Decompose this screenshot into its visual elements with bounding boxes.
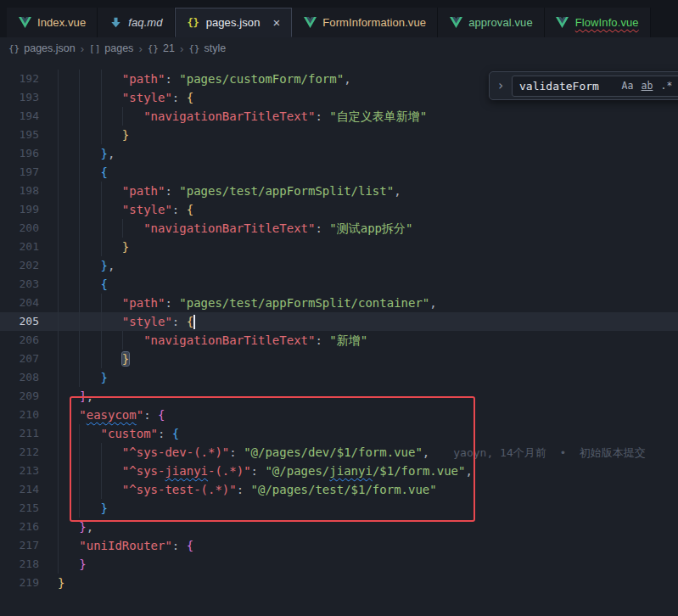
code-line-217[interactable]: 217"uniIdRouter": { [0,536,678,555]
code-line-201[interactable]: 201} [0,238,678,256]
line-number[interactable]: 208 [0,368,39,387]
code-line-198[interactable]: 198"path": "pages/test/appFormSplit/list… [0,182,678,200]
code-line-content[interactable]: "easycom": { [39,406,165,424]
code-line-209[interactable]: 209], [0,387,678,406]
code-line-content[interactable]: ], [39,387,93,406]
line-number[interactable]: 197 [0,163,39,182]
code-line-202[interactable]: 202}, [0,256,678,275]
code-line-content[interactable]: } [39,350,129,368]
code-line-content[interactable]: } [39,238,129,256]
editor[interactable]: 192"path": "pages/customForm/form",193"s… [0,59,678,616]
line-number[interactable]: 201 [0,238,39,256]
code-line-content[interactable]: } [39,555,87,574]
code-line-content[interactable]: } [39,574,64,592]
code-line-204[interactable]: 204"path": "pages/test/appFormSplit/cont… [0,294,678,312]
code-line-215[interactable]: 215} [0,499,678,518]
code-line-205[interactable]: 205"style": { [0,312,678,331]
code-line-content[interactable]: } [39,368,108,387]
code-line-content[interactable]: { [39,163,108,182]
code-line-210[interactable]: 210"easycom": { [0,406,678,424]
code-line-content[interactable]: { [39,275,108,294]
breadcrumb-item-pages[interactable]: []pages [89,42,133,54]
code-line-content[interactable]: }, [39,144,115,163]
code-line-196[interactable]: 196}, [0,144,678,163]
line-number[interactable]: 194 [0,107,39,126]
line-number[interactable]: 198 [0,182,39,200]
line-number[interactable]: 205 [0,312,39,331]
code-line-212[interactable]: 212"^sys-dev-(.*)": "@/pages/dev/$1/form… [0,443,678,462]
line-number[interactable]: 210 [0,406,39,424]
regex-icon[interactable]: .* [657,77,676,94]
code-line-content[interactable]: "custom": { [39,424,179,443]
code-line-208[interactable]: 208} [0,368,678,387]
line-number[interactable]: 204 [0,294,39,312]
code-line-195[interactable]: 195} [0,126,678,144]
whole-word-icon[interactable]: ab [637,77,657,94]
breadcrumb-item-21[interactable]: {}21 [148,42,175,54]
code-line-194[interactable]: 194"navigationBarTitleText": "自定义表单新增" [0,107,678,126]
line-number[interactable]: 213 [0,462,39,480]
code-line-197[interactable]: 197{ [0,163,678,182]
line-number[interactable]: 196 [0,144,39,163]
line-number[interactable]: 206 [0,331,39,350]
close-icon[interactable]: × [273,16,281,29]
line-number[interactable]: 203 [0,275,39,294]
breadcrumb-item-style[interactable]: {}style [188,42,226,54]
tab-flowinfo-vue[interactable]: FlowInfo.vue [545,8,651,37]
breadcrumb-item-pages-json[interactable]: {}pages.json [8,42,76,54]
line-number[interactable]: 202 [0,256,39,275]
line-number[interactable]: 199 [0,200,39,219]
tab-forminformation-vue[interactable]: FormInformation.vue [292,8,438,37]
line-number[interactable]: 218 [0,555,39,574]
code-line-214[interactable]: 214"^sys-test-(.*)": "@/pages/test/$1/fo… [0,480,678,499]
tab-faq-md[interactable]: faq.md [98,8,174,37]
code-line-203[interactable]: 203{ [0,275,678,294]
code-line-207[interactable]: 207} [0,350,678,368]
code-line-content[interactable]: "uniIdRouter": { [39,536,193,555]
code-line-content[interactable]: }, [39,256,115,275]
code-line-200[interactable]: 200"navigationBarTitleText": "测试app拆分" [0,219,678,238]
tab-pages-json[interactable]: {}pages.json× [175,8,293,37]
code-line-content[interactable]: "path": "pages/test/appFormSplit/list", [39,182,401,200]
tab-approval-vue[interactable]: approval.vue [438,8,545,37]
line-number[interactable]: 200 [0,219,39,238]
line-number[interactable]: 217 [0,536,39,555]
code-line-content[interactable]: }, [39,518,93,536]
line-number[interactable]: 215 [0,499,39,518]
line-number[interactable]: 216 [0,518,39,536]
code-line-content[interactable]: "navigationBarTitleText": "自定义表单新增" [39,107,427,126]
code-line-content[interactable]: "^sys-dev-(.*)": "@/pages/dev/$1/form.vu… [39,443,646,462]
code-line-213[interactable]: 213"^sys-jianyi-(.*)": "@/pages/jianyi/$… [0,462,678,480]
code-line-218[interactable]: 218} [0,555,678,574]
code-line-content[interactable]: "style": { [39,312,195,331]
match-case-icon[interactable]: Aa [618,77,637,94]
line-number[interactable]: 212 [0,443,39,462]
code-line-content[interactable]: "^sys-jianyi-(.*)": "@/pages/jianyi/$1/f… [39,462,473,480]
line-number[interactable]: 193 [0,88,39,107]
code-line-content[interactable]: "style": { [39,88,193,107]
code-line-216[interactable]: 216}, [0,518,678,536]
code-line-content[interactable]: "style": { [39,200,193,219]
line-number[interactable]: 219 [0,574,39,592]
code-line-content[interactable]: "path": "pages/test/appFormSplit/contain… [39,294,437,312]
code-line-content[interactable]: } [39,126,129,144]
code-line-content[interactable]: "^sys-test-(.*)": "@/pages/test/$1/form.… [39,480,437,499]
code-line-219[interactable]: 219} [0,574,678,592]
code-line-content[interactable]: "path": "pages/customForm/form", [39,70,351,88]
code-line-content[interactable]: "navigationBarTitleText": "测试app拆分" [39,219,412,238]
find-input[interactable] [519,80,618,92]
line-number[interactable]: 214 [0,480,39,499]
code-line-content[interactable]: } [39,499,108,518]
line-number[interactable]: 209 [0,387,39,406]
code-line-199[interactable]: 199"style": { [0,200,678,219]
line-number[interactable]: 207 [0,350,39,368]
code-line-211[interactable]: 211"custom": { [0,424,678,443]
line-number[interactable]: 195 [0,126,39,144]
code-line-206[interactable]: 206"navigationBarTitleText": "新增" [0,331,678,350]
line-number[interactable]: 211 [0,424,39,443]
line-number[interactable]: 192 [0,70,39,88]
find-expand-chevron[interactable]: › [495,78,507,93]
code-line-content[interactable]: "navigationBarTitleText": "新增" [39,331,367,350]
tab-index-vue[interactable]: Index.vue [7,8,98,37]
code-area[interactable]: 192"path": "pages/customForm/form",193"s… [0,59,678,592]
